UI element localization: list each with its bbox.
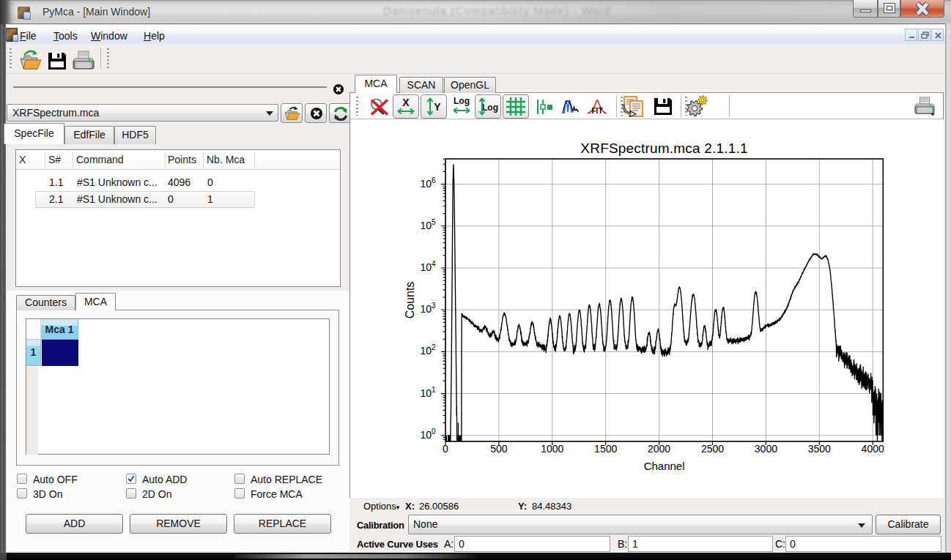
svg-text:4000: 4000	[862, 443, 884, 455]
svg-text:0: 0	[443, 443, 448, 455]
svg-text:2000: 2000	[648, 443, 670, 455]
svg-text:3000: 3000	[755, 443, 777, 455]
svg-text:FIT: FIT	[592, 107, 603, 115]
svg-text:2500: 2500	[701, 443, 724, 455]
svg-text:XRFSpectrum.mca 2.1.1.1: XRFSpectrum.mca 2.1.1.1	[580, 141, 747, 156]
svg-text:Channel: Channel	[644, 460, 685, 472]
svg-text:Y: Y	[434, 101, 441, 113]
svg-text:Counts: Counts	[404, 282, 416, 319]
svg-text:1500: 1500	[594, 443, 617, 455]
svg-text:X: X	[402, 97, 410, 108]
svg-text:500: 500	[490, 443, 508, 455]
svg-text:Log: Log	[454, 96, 470, 106]
svg-text:3500: 3500	[808, 443, 831, 455]
svg-text:1000: 1000	[541, 443, 563, 455]
